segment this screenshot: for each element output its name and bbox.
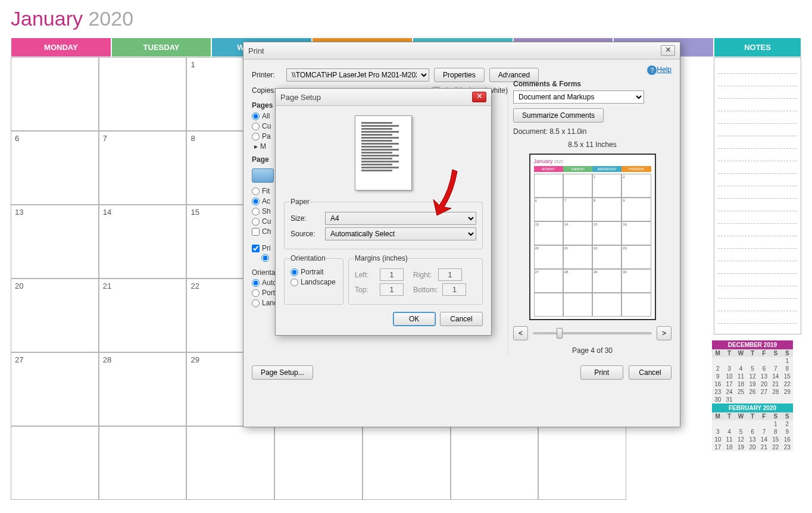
calendar-cell [538,426,626,500]
pages-current-radio[interactable] [252,123,260,130]
mini-calendars: DECEMBER 2019 MTWTFSS1234567891011121314… [712,340,793,451]
flip-radio[interactable] [261,254,269,262]
source-select[interactable]: Automatically Select [325,227,476,240]
properties-button[interactable]: Properties [434,68,485,82]
calendar-cell [99,57,187,131]
auto-orient-radio[interactable] [252,279,260,287]
margins-legend: Margins (inches) [355,254,408,262]
ps-ok-button[interactable]: OK [393,312,436,326]
preview-next-button[interactable]: > [657,326,672,340]
calendar-cell [11,426,99,500]
day-header-mon: MONDAY [11,37,111,57]
landscape-orient-radio[interactable] [252,299,260,307]
ps-portrait-radio[interactable] [291,268,298,276]
custom-scale-radio[interactable] [252,218,260,226]
orientation-fieldset: Orientation Portrait Landscape [284,254,343,305]
calendar-cell [274,426,363,500]
size-select[interactable]: A4 [325,212,476,225]
actual-radio[interactable] [252,198,260,205]
calendar-cell [99,426,187,500]
print-cancel-button[interactable]: Cancel [629,365,672,380]
help-icon[interactable]: ? [647,65,657,75]
margin-bottom-input [442,283,466,296]
printer-label: Printer: [252,71,282,79]
print-dialog-title: Print [248,46,264,55]
ps-close-button[interactable]: ✕ [472,92,486,102]
preview-dims: 8.5 x 11 Inches [513,140,672,149]
help-link[interactable]: Help [657,65,672,74]
page-setup-dialog: Page Setup ✕ Paper Size: A4 Source: Auto… [275,88,492,336]
calendar-cell: 28 [99,352,187,426]
ps-cancel-button[interactable]: Cancel [440,312,483,326]
mini-cal-dec: DECEMBER 2019 MTWTFSS1234567891011121314… [712,340,793,403]
shrink-radio[interactable] [252,208,260,215]
print-close-button[interactable]: ✕ [661,45,675,56]
choose-paper-checkbox[interactable] [252,228,260,236]
portrait-orient-radio[interactable] [252,289,260,297]
ps-landscape-radio[interactable] [291,279,298,286]
margin-right-input [438,268,462,281]
doc-dims: Document: 8.5 x 11.0in [513,127,672,136]
calendar-cell [11,57,99,131]
summarize-button[interactable]: Summarize Comments [513,108,604,123]
mini-cal-feb: FEBRUARY 2020 MTWTFSS1234567891011121314… [712,403,793,451]
calendar-cell [363,426,451,500]
zoom-slider[interactable] [533,332,652,334]
ps-preview [355,115,412,190]
comments-select[interactable]: Document and Markups [513,90,644,104]
calendar-cell: 13 [11,205,99,279]
source-label: Source: [291,230,320,238]
calendar-cell [451,426,539,500]
printer-select[interactable]: \\TOMCAT\HP LaserJet Pro M201-M202 PCL 6 [286,68,429,82]
margin-top-input [380,283,404,296]
pages-all-radio[interactable] [252,112,260,120]
calendar-title: January 2020 [0,0,812,37]
day-header-tue: TUESDAY [111,37,212,57]
orientation-legend: Orientation [291,254,326,262]
fit-radio[interactable] [252,187,260,195]
month-label: January [11,7,83,30]
print-preview: January 2020 MONDAY TUESDAY WEDNESDAY TH… [529,154,656,320]
year-label: 2020 [88,7,133,30]
comments-heading: Comments & Forms [513,80,672,88]
calendar-cell: 27 [11,352,99,426]
notes-header: NOTES [714,37,801,57]
paper-legend: Paper [291,198,310,206]
margin-left-input [380,268,404,281]
size-tab[interactable] [252,168,274,183]
ps-titlebar: Page Setup ✕ [276,89,491,106]
print-dialog-titlebar: Print ✕ [243,42,680,60]
page-setup-button[interactable]: Page Setup... [252,365,313,380]
pages-range-radio[interactable] [252,133,260,140]
page-status: Page 4 of 30 [513,346,672,355]
calendar-cell: 20 [11,279,99,352]
print-button[interactable]: Print [580,365,623,380]
ps-title: Page Setup [280,93,321,102]
calendar-cell [186,426,274,500]
notes-column [714,57,801,334]
paper-fieldset: Paper Size: A4 Source: Automatically Sel… [284,198,483,249]
calendar-cell: 14 [99,205,187,279]
size-label: Size: [291,214,320,223]
calendar-cell: 21 [99,279,187,352]
calendar-cell: 6 [11,131,99,205]
print-both-checkbox[interactable] [252,245,260,252]
margins-fieldset: Margins (inches) Left: Right: Top: Botto… [348,254,483,305]
preview-prev-button[interactable]: < [513,326,528,340]
calendar-cell: 7 [99,131,187,205]
